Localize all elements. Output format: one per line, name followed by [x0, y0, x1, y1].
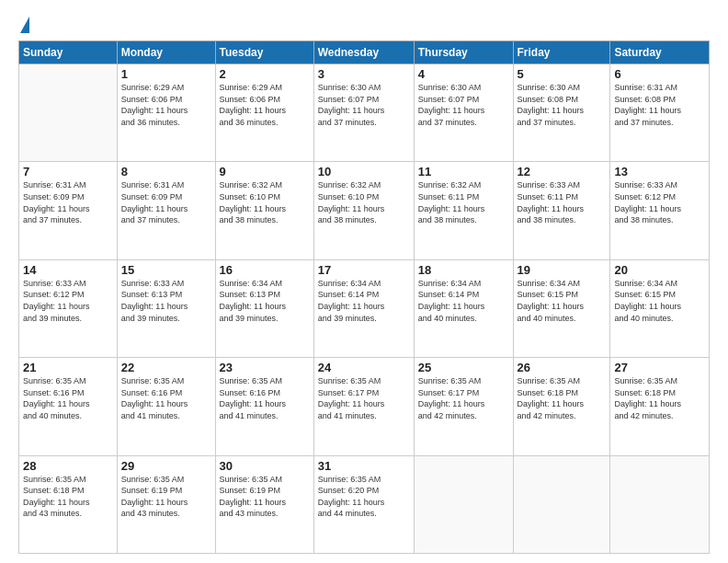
calendar-cell: 28Sunrise: 6:35 AM Sunset: 6:18 PM Dayli…	[19, 455, 118, 553]
day-number: 8	[121, 165, 211, 178]
calendar-cell: 14Sunrise: 6:33 AM Sunset: 6:12 PM Dayli…	[19, 259, 118, 357]
day-number: 28	[23, 459, 113, 473]
calendar-cell: 31Sunrise: 6:35 AM Sunset: 6:20 PM Dayli…	[313, 455, 414, 553]
calendar-cell: 20Sunrise: 6:34 AM Sunset: 6:15 PM Dayli…	[610, 259, 710, 357]
day-number: 26	[518, 361, 607, 374]
day-info: Sunrise: 6:31 AM Sunset: 6:09 PM Dayligh…	[121, 179, 211, 225]
weekday-header-friday: Friday	[513, 41, 610, 64]
day-number: 2	[220, 67, 310, 81]
day-number: 29	[121, 459, 211, 473]
day-info: Sunrise: 6:33 AM Sunset: 6:11 PM Dayligh…	[518, 179, 607, 225]
day-number: 19	[518, 263, 607, 277]
calendar-cell: 19Sunrise: 6:34 AM Sunset: 6:15 PM Dayli…	[513, 259, 610, 357]
day-number: 20	[614, 263, 705, 277]
calendar-cell: 23Sunrise: 6:35 AM Sunset: 6:16 PM Dayli…	[215, 358, 313, 455]
calendar-cell: 1Sunrise: 6:29 AM Sunset: 6:06 PM Daylig…	[117, 64, 215, 162]
calendar-cell: 5Sunrise: 6:30 AM Sunset: 6:08 PM Daylig…	[513, 64, 610, 162]
day-number: 10	[318, 165, 410, 178]
weekday-header-thursday: Thursday	[414, 41, 513, 64]
day-number: 12	[518, 165, 607, 178]
day-info: Sunrise: 6:31 AM Sunset: 6:08 PM Dayligh…	[614, 82, 705, 128]
week-row-0: 1Sunrise: 6:29 AM Sunset: 6:06 PM Daylig…	[19, 64, 710, 162]
day-info: Sunrise: 6:35 AM Sunset: 6:16 PM Dayligh…	[23, 375, 113, 421]
week-row-1: 7Sunrise: 6:31 AM Sunset: 6:09 PM Daylig…	[19, 162, 710, 259]
calendar-cell: 22Sunrise: 6:35 AM Sunset: 6:16 PM Dayli…	[117, 358, 215, 455]
day-number: 1	[121, 67, 211, 81]
day-number: 4	[418, 67, 509, 81]
week-row-4: 28Sunrise: 6:35 AM Sunset: 6:18 PM Dayli…	[19, 455, 710, 553]
calendar-cell: 13Sunrise: 6:33 AM Sunset: 6:12 PM Dayli…	[610, 162, 710, 259]
day-number: 9	[220, 165, 310, 178]
calendar-cell: 9Sunrise: 6:32 AM Sunset: 6:10 PM Daylig…	[215, 162, 313, 259]
day-number: 27	[614, 361, 705, 374]
day-info: Sunrise: 6:34 AM Sunset: 6:14 PM Dayligh…	[418, 278, 509, 324]
day-info: Sunrise: 6:32 AM Sunset: 6:10 PM Dayligh…	[220, 179, 310, 225]
logo-text	[18, 17, 29, 35]
calendar-cell: 30Sunrise: 6:35 AM Sunset: 6:19 PM Dayli…	[215, 455, 313, 553]
day-info: Sunrise: 6:34 AM Sunset: 6:14 PM Dayligh…	[318, 278, 410, 324]
day-number: 22	[121, 361, 211, 374]
weekday-header-saturday: Saturday	[610, 41, 710, 64]
day-number: 15	[121, 263, 211, 277]
calendar-cell: 25Sunrise: 6:35 AM Sunset: 6:17 PM Dayli…	[414, 358, 513, 455]
day-info: Sunrise: 6:32 AM Sunset: 6:11 PM Dayligh…	[418, 179, 509, 225]
calendar-cell	[414, 455, 513, 553]
logo-triangle-icon	[20, 17, 29, 33]
calendar-cell: 11Sunrise: 6:32 AM Sunset: 6:11 PM Dayli…	[414, 162, 513, 259]
day-info: Sunrise: 6:30 AM Sunset: 6:07 PM Dayligh…	[418, 82, 509, 128]
calendar-table: SundayMondayTuesdayWednesdayThursdayFrid…	[18, 40, 710, 554]
calendar-cell: 27Sunrise: 6:35 AM Sunset: 6:18 PM Dayli…	[610, 358, 710, 455]
day-number: 3	[318, 67, 410, 81]
day-info: Sunrise: 6:35 AM Sunset: 6:20 PM Dayligh…	[318, 474, 410, 520]
calendar-cell: 24Sunrise: 6:35 AM Sunset: 6:17 PM Dayli…	[313, 358, 414, 455]
day-number: 13	[614, 165, 705, 178]
day-info: Sunrise: 6:30 AM Sunset: 6:07 PM Dayligh…	[318, 82, 410, 128]
day-number: 24	[318, 361, 410, 374]
weekday-header-row: SundayMondayTuesdayWednesdayThursdayFrid…	[19, 41, 710, 64]
calendar-cell: 2Sunrise: 6:29 AM Sunset: 6:06 PM Daylig…	[215, 64, 313, 162]
week-row-3: 21Sunrise: 6:35 AM Sunset: 6:16 PM Dayli…	[19, 358, 710, 455]
day-number: 11	[418, 165, 509, 178]
day-number: 18	[418, 263, 509, 277]
calendar-cell: 16Sunrise: 6:34 AM Sunset: 6:13 PM Dayli…	[215, 259, 313, 357]
calendar-cell: 4Sunrise: 6:30 AM Sunset: 6:07 PM Daylig…	[414, 64, 513, 162]
calendar-cell: 6Sunrise: 6:31 AM Sunset: 6:08 PM Daylig…	[610, 64, 710, 162]
day-number: 14	[23, 263, 113, 277]
day-info: Sunrise: 6:32 AM Sunset: 6:10 PM Dayligh…	[318, 179, 410, 225]
calendar-cell: 7Sunrise: 6:31 AM Sunset: 6:09 PM Daylig…	[19, 162, 118, 259]
day-number: 21	[23, 361, 113, 374]
day-info: Sunrise: 6:29 AM Sunset: 6:06 PM Dayligh…	[121, 82, 211, 128]
day-info: Sunrise: 6:35 AM Sunset: 6:18 PM Dayligh…	[614, 375, 705, 421]
day-number: 6	[614, 67, 705, 81]
day-info: Sunrise: 6:35 AM Sunset: 6:17 PM Dayligh…	[318, 375, 410, 421]
weekday-header-tuesday: Tuesday	[215, 41, 313, 64]
day-info: Sunrise: 6:34 AM Sunset: 6:15 PM Dayligh…	[518, 278, 607, 324]
calendar-cell	[610, 455, 710, 553]
day-number: 25	[418, 361, 509, 374]
day-number: 30	[220, 459, 310, 473]
day-number: 16	[220, 263, 310, 277]
calendar-cell: 26Sunrise: 6:35 AM Sunset: 6:18 PM Dayli…	[513, 358, 610, 455]
day-number: 23	[220, 361, 310, 374]
weekday-header-monday: Monday	[117, 41, 215, 64]
day-info: Sunrise: 6:29 AM Sunset: 6:06 PM Dayligh…	[220, 82, 310, 128]
calendar-cell	[19, 64, 118, 162]
day-info: Sunrise: 6:35 AM Sunset: 6:17 PM Dayligh…	[418, 375, 509, 421]
day-info: Sunrise: 6:33 AM Sunset: 6:13 PM Dayligh…	[121, 278, 211, 324]
calendar-cell: 29Sunrise: 6:35 AM Sunset: 6:19 PM Dayli…	[117, 455, 215, 553]
calendar-cell	[513, 455, 610, 553]
day-info: Sunrise: 6:31 AM Sunset: 6:09 PM Dayligh…	[23, 179, 113, 225]
day-info: Sunrise: 6:34 AM Sunset: 6:13 PM Dayligh…	[220, 278, 310, 324]
day-info: Sunrise: 6:35 AM Sunset: 6:18 PM Dayligh…	[23, 474, 113, 520]
day-info: Sunrise: 6:35 AM Sunset: 6:16 PM Dayligh…	[121, 375, 211, 421]
day-info: Sunrise: 6:35 AM Sunset: 6:16 PM Dayligh…	[220, 375, 310, 421]
logo	[18, 17, 29, 31]
calendar-cell: 17Sunrise: 6:34 AM Sunset: 6:14 PM Dayli…	[313, 259, 414, 357]
calendar-cell: 8Sunrise: 6:31 AM Sunset: 6:09 PM Daylig…	[117, 162, 215, 259]
calendar-cell: 3Sunrise: 6:30 AM Sunset: 6:07 PM Daylig…	[313, 64, 414, 162]
day-number: 7	[23, 165, 113, 178]
calendar-cell: 15Sunrise: 6:33 AM Sunset: 6:13 PM Dayli…	[117, 259, 215, 357]
calendar-cell: 10Sunrise: 6:32 AM Sunset: 6:10 PM Dayli…	[313, 162, 414, 259]
day-number: 31	[318, 459, 410, 473]
day-number: 5	[518, 67, 607, 81]
